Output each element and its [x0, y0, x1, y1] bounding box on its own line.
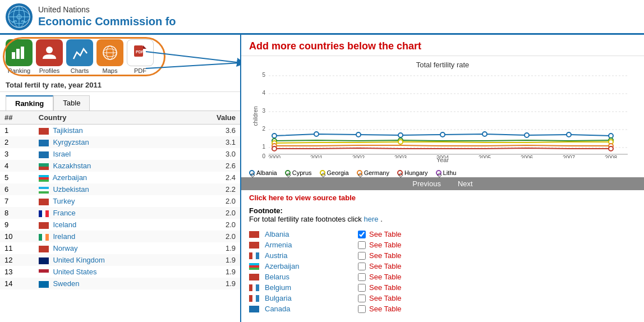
country-name-link[interactable]: Israel [53, 150, 71, 158]
country-name[interactable]: Belgium [265, 283, 355, 292]
chart-title: Total fertility rate [249, 61, 636, 69]
country-cell: Azerbaijan [34, 172, 185, 183]
pdf-icon[interactable]: PDF [127, 39, 154, 66]
country-cell: Kyrgyzstan [34, 136, 185, 148]
country-checkbox[interactable] [358, 284, 366, 292]
country-name-link[interactable]: Norway [53, 244, 77, 252]
svg-text:2008: 2008 [605, 155, 618, 158]
country-flag [39, 222, 49, 229]
country-name[interactable]: Canada [265, 305, 355, 313]
ranking-icon[interactable] [6, 39, 33, 66]
country-name-link[interactable]: France [53, 209, 75, 217]
svg-text:2007: 2007 [563, 155, 576, 158]
rank-cell: 4 [0, 160, 34, 172]
nav-charts[interactable]: Charts [66, 39, 93, 74]
country-cell: France [34, 207, 185, 219]
charts-icon[interactable] [66, 39, 93, 66]
source-link-anchor[interactable]: Click here to view source table [249, 194, 356, 202]
tab-table[interactable]: Table [53, 95, 90, 111]
left-panel: Ranking Profiles Charts Maps [0, 35, 241, 322]
un-logo [6, 3, 33, 30]
svg-point-9 [46, 47, 53, 53]
country-name-link[interactable]: Turkey [53, 197, 75, 205]
nav-maps[interactable]: Maps [96, 39, 123, 74]
value-cell: 3.0 [184, 148, 240, 160]
country-cell: Iceland [34, 219, 185, 231]
footnote-link[interactable]: here [364, 215, 378, 223]
country-name-link[interactable]: Tajikistan [53, 126, 82, 135]
country-name[interactable]: Armenia [265, 241, 355, 249]
legend-label: Cyprus [292, 169, 312, 176]
country-name[interactable]: Belarus [265, 273, 355, 281]
country-name[interactable]: Azerbaijan [265, 262, 355, 270]
nav-pdf[interactable]: PDF PDF [127, 39, 154, 74]
country-name-link[interactable]: Iceland [53, 220, 76, 229]
country-name-link[interactable]: Kyrgyzstan [53, 138, 89, 146]
country-name[interactable]: Austria [265, 251, 355, 260]
country-flag [39, 246, 49, 252]
see-table-link[interactable]: See Table [369, 294, 402, 302]
next-button[interactable]: Next [458, 180, 473, 188]
country-flag [39, 234, 49, 241]
rank-cell: 14 [0, 278, 34, 289]
prev-button[interactable]: Previous [412, 180, 441, 188]
country-checkbox[interactable] [358, 263, 366, 270]
page-subtitle: Total fertil ty rate, year 2011 [0, 79, 240, 92]
country-name[interactable]: Albania [265, 230, 355, 238]
country-checkbox[interactable] [358, 231, 366, 238]
see-table-link[interactable]: See Table [369, 305, 402, 313]
svg-text:0: 0 [262, 153, 265, 158]
chart-svg: 5 4 3 2 1 0 2000 2001 [249, 71, 636, 161]
country-name-link[interactable]: United Kingdom [53, 256, 105, 264]
rank-cell: 3 [0, 148, 34, 160]
table-row: 10 Ireland 2.0 [0, 231, 240, 242]
ranking-table: ## Country Value 1 Tajikistan 3.6 2 Kyrg… [0, 111, 240, 322]
rank-cell: 8 [0, 207, 34, 219]
see-table-link[interactable]: See Table [369, 273, 402, 281]
country-checkbox[interactable] [358, 241, 366, 249]
svg-point-46 [525, 133, 529, 137]
see-table-link[interactable]: See Table [369, 241, 402, 249]
svg-text:PDF: PDF [136, 50, 144, 54]
country-name-link[interactable]: United States [53, 268, 96, 276]
svg-rect-8 [21, 47, 24, 59]
svg-rect-7 [16, 49, 20, 59]
maps-icon[interactable] [96, 39, 123, 66]
profiles-icon[interactable] [36, 39, 63, 66]
country-name[interactable]: Bulgaria [265, 294, 355, 302]
country-checkbox[interactable] [358, 305, 366, 313]
svg-point-47 [567, 132, 571, 137]
nav-profiles[interactable]: Profiles [36, 39, 63, 74]
nav-ranking[interactable]: Ranking [6, 39, 33, 74]
country-flag [39, 269, 49, 276]
country-checkbox[interactable] [358, 295, 366, 302]
country-checkbox[interactable] [358, 252, 366, 260]
country-name-link[interactable]: Ireland [53, 232, 75, 241]
table-row: 4 Kazakhstan 2.6 [0, 160, 240, 172]
pdf-label: PDF [134, 67, 146, 74]
country-cell: Uzbekistan [34, 183, 185, 195]
rank-cell: 13 [0, 266, 34, 278]
rank-cell: 7 [0, 195, 34, 207]
country-cell: Israel [34, 148, 185, 160]
see-table-link[interactable]: See Table [369, 230, 402, 238]
country-checkbox[interactable] [358, 273, 366, 281]
legend-item: ◇ Georgia [320, 169, 349, 176]
country-name-link[interactable]: Sweden [53, 279, 79, 288]
rank-cell: 11 [0, 242, 34, 254]
country-name-link[interactable]: Kazakhstan [53, 162, 91, 170]
tab-ranking[interactable]: Ranking [6, 95, 53, 111]
legend-item: ◇ Hungary [397, 169, 428, 176]
country-name-link[interactable]: Uzbekistan [53, 185, 89, 194]
see-table-link[interactable]: See Table [369, 262, 402, 270]
header-line1: United Nations [38, 5, 176, 15]
chart-area: Total fertility rate 5 4 3 2 1 0 [241, 56, 644, 168]
value-cell: 1.9 [184, 278, 240, 289]
see-table-link[interactable]: See Table [369, 283, 402, 292]
see-table-link[interactable]: See Table [369, 251, 402, 260]
rank-cell: 1 [0, 125, 34, 137]
country-name-link[interactable]: Azerbaijan [53, 173, 87, 182]
country-flag-list [249, 263, 259, 270]
value-cell: 2.6 [184, 160, 240, 172]
footnote-label: Footnote: [249, 206, 636, 215]
